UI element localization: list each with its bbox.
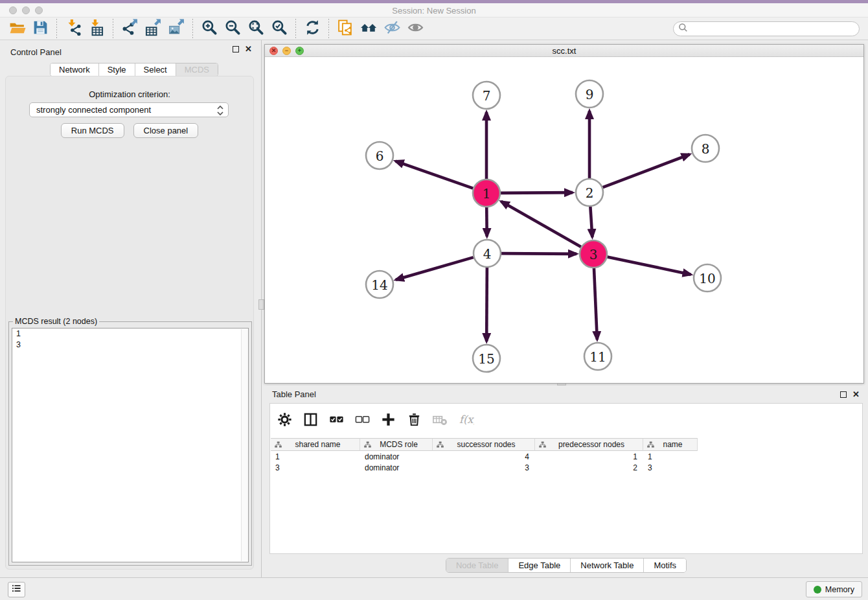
tab-mcds[interactable]: MCDS xyxy=(176,63,218,76)
node-table-card: f(x) shared nameMCDS rolesuccessor nodes… xyxy=(269,403,863,554)
cell-predecessor-nodes[interactable]: 1 xyxy=(535,452,643,463)
toolbar-separator xyxy=(192,19,193,38)
control-panel: Control Panel ✕ NetworkStyleSelectMCDS O… xyxy=(0,40,261,577)
edge-4-to-3[interactable] xyxy=(501,253,577,254)
graph-node-label-3: 3 xyxy=(589,247,598,262)
refresh-button[interactable] xyxy=(301,19,324,39)
panel-splitter-handle[interactable] xyxy=(258,299,264,310)
edge-2-to-8[interactable] xyxy=(603,154,690,187)
edge-4-to-14[interactable] xyxy=(396,257,474,280)
tab-edge-table[interactable]: Edge Table xyxy=(508,559,571,572)
zoom-out-icon xyxy=(224,19,242,39)
save-icon xyxy=(32,19,49,39)
close-table-panel-icon[interactable]: ✕ xyxy=(852,391,860,398)
float-table-panel-icon[interactable] xyxy=(840,391,847,398)
network-graph: 7968124314101511 xyxy=(265,57,863,383)
deselect-all-checkboxes-button[interactable] xyxy=(354,413,371,429)
edge-1-to-6[interactable] xyxy=(396,161,474,189)
export-table-button[interactable] xyxy=(141,19,165,39)
refresh-icon xyxy=(304,19,321,39)
cell-predecessor-nodes[interactable]: 2 xyxy=(535,463,643,474)
table-toolbar: f(x) xyxy=(277,408,474,433)
cell-successor-nodes[interactable]: 4 xyxy=(433,452,535,463)
table-header-row: shared nameMCDS rolesuccessor nodesprede… xyxy=(271,438,698,451)
hide-eye-button[interactable] xyxy=(380,19,404,39)
export-network-button[interactable] xyxy=(118,19,141,39)
zoom-selected-button[interactable] xyxy=(268,19,291,39)
houses-button[interactable] xyxy=(357,19,380,39)
task-history-button[interactable] xyxy=(8,582,25,597)
edge-3-to-10[interactable] xyxy=(608,257,691,275)
network-canvas[interactable]: 7968124314101511 xyxy=(265,57,863,383)
column-header-MCDS-role[interactable]: MCDS role xyxy=(360,438,433,451)
window-title: Session: New Session xyxy=(0,6,868,16)
column-header-predecessor-nodes[interactable]: predecessor nodes xyxy=(535,438,643,451)
cell-successor-nodes[interactable]: 3 xyxy=(433,463,535,474)
tab-node-table[interactable]: Node Table xyxy=(446,559,509,572)
tab-motifs[interactable]: Motifs xyxy=(644,559,686,572)
edge-4-to-15[interactable] xyxy=(486,268,487,341)
memory-button[interactable]: Memory xyxy=(806,581,862,597)
criterion-dropdown[interactable]: strongly connected component xyxy=(29,102,229,117)
cell-shared-name[interactable]: 1 xyxy=(271,452,360,463)
mcds-result-textarea[interactable]: 13 xyxy=(12,328,249,562)
zoom-out-button[interactable] xyxy=(221,19,244,39)
result-scrollbar[interactable] xyxy=(241,329,248,561)
criterion-dropdown-value: strongly connected component xyxy=(36,105,151,115)
edge-2-to-3[interactable] xyxy=(590,207,592,237)
close-panel-button[interactable]: Close panel xyxy=(133,123,199,138)
tab-network-table[interactable]: Network Table xyxy=(571,559,644,572)
mcds-tab-content: Optimization criterion: strongly connect… xyxy=(5,76,254,570)
network-window-titlebar[interactable]: ✕ − + scc.txt xyxy=(265,45,863,57)
export-image-button[interactable] xyxy=(165,19,188,39)
cell-name[interactable]: 3 xyxy=(643,463,698,474)
edge-3-to-1[interactable] xyxy=(501,202,581,247)
table-row[interactable]: 1dominator411 xyxy=(271,452,862,463)
export-image-icon xyxy=(168,19,185,39)
save-button[interactable] xyxy=(29,19,52,39)
tab-style[interactable]: Style xyxy=(99,63,135,76)
function-fx-button: f(x) xyxy=(458,413,474,429)
network-window-title: scc.txt xyxy=(265,46,863,56)
trash-button[interactable] xyxy=(406,413,422,429)
column-header-name[interactable]: name xyxy=(643,438,698,451)
zoom-in-button[interactable] xyxy=(198,19,221,39)
cell-MCDS-role[interactable]: dominator xyxy=(360,452,433,463)
column-header-shared-name[interactable]: shared name xyxy=(271,438,360,451)
import-network-button[interactable] xyxy=(62,19,85,39)
export-network-icon xyxy=(121,19,139,39)
show-eye-button[interactable] xyxy=(404,19,427,39)
open-button[interactable] xyxy=(5,19,29,39)
show-eye-icon xyxy=(407,19,424,39)
table-panel-tabs: Node TableEdge TableNetwork TableMotifs xyxy=(446,558,687,573)
gear-icon xyxy=(277,411,293,430)
float-panel-icon[interactable] xyxy=(233,46,239,52)
cell-MCDS-role[interactable]: dominator xyxy=(360,463,433,474)
search-input[interactable] xyxy=(691,25,859,34)
column-header-successor-nodes[interactable]: successor nodes xyxy=(433,438,535,451)
close-panel-icon[interactable]: ✕ xyxy=(245,46,252,52)
graph-node-label-2: 2 xyxy=(586,185,594,201)
cell-name[interactable]: 1 xyxy=(643,452,698,463)
titlebar: Session: New Session xyxy=(0,3,868,17)
select-all-checkboxes-button[interactable] xyxy=(328,413,345,429)
tab-network[interactable]: Network xyxy=(51,63,99,76)
run-mcds-button[interactable]: Run MCDS xyxy=(61,123,124,138)
table-row[interactable]: 3dominator323 xyxy=(271,463,862,474)
search-box[interactable] xyxy=(673,21,860,36)
add-row-button[interactable] xyxy=(380,413,396,429)
zoom-fit-button[interactable] xyxy=(244,19,268,39)
add-row-icon xyxy=(380,411,396,430)
edge-1-to-2[interactable] xyxy=(501,192,573,193)
columns-button[interactable] xyxy=(303,413,319,429)
tab-select[interactable]: Select xyxy=(135,63,176,76)
trash-icon xyxy=(406,411,422,430)
cell-shared-name[interactable]: 3 xyxy=(271,463,360,474)
import-table-button[interactable] xyxy=(85,19,108,39)
duplicate-network-button[interactable] xyxy=(334,19,357,39)
select-all-checkboxes-icon xyxy=(328,411,345,430)
hierarchy-icon xyxy=(433,441,444,449)
gear-button[interactable] xyxy=(277,413,293,429)
toolbar-separator xyxy=(295,19,296,38)
edge-3-to-11[interactable] xyxy=(594,268,597,340)
